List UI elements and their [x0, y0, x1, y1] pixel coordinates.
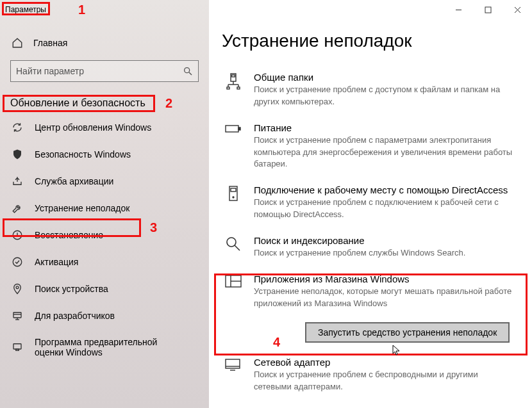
sidebar: Параметры Главная Обновление и безопасно…: [0, 0, 209, 408]
troubleshoot-desc: Поиск и устранение проблем службы Window…: [254, 247, 513, 259]
directaccess-icon: [224, 184, 242, 202]
svg-rect-9: [13, 344, 21, 349]
svg-rect-10: [16, 349, 19, 350]
section-header: Обновление и безопасность: [0, 92, 209, 114]
sidebar-item-label: Программа предварительной оценки Windows: [35, 337, 188, 357]
svg-point-27: [233, 197, 234, 198]
sidebar-item-label: Восстановление: [35, 230, 103, 240]
shield-icon: [12, 149, 23, 160]
sidebar-item-backup[interactable]: Служба архивации: [0, 168, 209, 195]
troubleshoot-title: Сетевой адаптер: [254, 357, 513, 368]
page-title: Устранение неполадок: [222, 31, 515, 51]
sidebar-item-label: Поиск устройства: [35, 284, 108, 294]
sidebar-item-label: Для разработчиков: [35, 311, 115, 321]
svg-rect-12: [485, 7, 491, 13]
search-index-icon: [224, 235, 242, 253]
sidebar-item-find-device[interactable]: Поиск устройства: [0, 275, 209, 302]
troubleshoot-title: Поиск и индексирование: [254, 235, 513, 246]
insider-icon: [12, 341, 23, 353]
sidebar-item-troubleshoot[interactable]: Устранение неполадок: [0, 195, 209, 222]
home-button[interactable]: Главная: [0, 32, 209, 54]
troubleshoot-title: Питание: [254, 122, 513, 133]
troubleshoot-title: Приложения из Магазина Windows: [254, 273, 513, 284]
sidebar-item-recovery[interactable]: Восстановление: [0, 222, 209, 249]
backup-icon: [12, 175, 23, 187]
sidebar-item-label: Служба архивации: [35, 176, 113, 186]
troubleshoot-desc: Устранение неполадок, которые могут меша…: [254, 286, 513, 310]
troubleshoot-item-store-apps[interactable]: Приложения из Магазина Windows Устранени…: [222, 268, 515, 347]
svg-line-1: [189, 72, 192, 75]
troubleshoot-title: Общие папки: [254, 72, 513, 83]
troubleshoot-item-network-adapter[interactable]: Сетевой адаптер Поиск и устранение пробл…: [222, 352, 515, 402]
wrench-icon: [12, 202, 23, 214]
sidebar-item-label: Центр обновления Windows: [35, 122, 151, 133]
svg-rect-22: [237, 87, 240, 89]
developer-icon: [12, 310, 23, 322]
troubleshoot-item-directaccess[interactable]: Подключение к рабочему месту с помощью D…: [222, 179, 515, 230]
troubleshoot-desc: Поиск и устранение проблем с параметрами…: [254, 135, 513, 171]
svg-point-4: [16, 286, 19, 289]
sidebar-item-insider[interactable]: Программа предварительной оценки Windows: [0, 329, 209, 365]
troubleshoot-desc: Поиск и устранение проблем с подключение…: [254, 197, 513, 221]
svg-point-3: [13, 257, 22, 266]
svg-line-29: [235, 245, 240, 250]
svg-rect-23: [226, 126, 238, 132]
search-icon: [183, 66, 193, 76]
home-label: Главная: [33, 38, 67, 48]
troubleshoot-item-power[interactable]: Питание Поиск и устранение проблем с пар…: [222, 117, 515, 180]
close-button[interactable]: [503, 0, 532, 19]
svg-point-0: [185, 68, 190, 73]
sidebar-item-developer[interactable]: Для разработчиков: [0, 302, 209, 329]
svg-rect-33: [226, 359, 240, 368]
sidebar-item-label: Безопасность Windows: [35, 149, 131, 159]
window-controls: [444, 0, 532, 19]
svg-rect-24: [238, 127, 240, 130]
troubleshoot-item-shared-folders[interactable]: Общие папки Поиск и устранение проблем с…: [222, 67, 515, 117]
minimize-button[interactable]: [444, 0, 473, 19]
troubleshoot-desc: Поиск и устранение проблем с беспроводны…: [254, 369, 513, 393]
sidebar-item-label: Активация: [35, 257, 78, 267]
maximize-button[interactable]: [473, 0, 503, 19]
sidebar-item-security[interactable]: Безопасность Windows: [0, 141, 209, 168]
svg-rect-26: [231, 188, 236, 192]
network-adapter-icon: [224, 357, 242, 375]
shared-folders-icon: [224, 72, 242, 90]
sidebar-item-label: Устранение неполадок: [35, 203, 129, 213]
sync-icon: [12, 122, 23, 133]
find-device-icon: [12, 283, 23, 295]
window-title: Параметры: [0, 4, 51, 15]
main-content: Устранение неполадок Общие папки Поиск и…: [209, 0, 532, 408]
recovery-icon: [12, 229, 23, 241]
power-icon: [224, 122, 242, 140]
troubleshoot-desc: Поиск и устранение проблем с доступом к …: [254, 84, 513, 108]
svg-rect-5: [13, 313, 21, 318]
troubleshoot-item-search-index[interactable]: Поиск и индексирование Поиск и устранени…: [222, 230, 515, 268]
svg-rect-16: [232, 75, 235, 77]
sidebar-item-update[interactable]: Центр обновления Windows: [0, 114, 209, 141]
search-input[interactable]: [16, 66, 183, 76]
search-input-wrapper[interactable]: [10, 60, 199, 82]
activation-icon: [12, 256, 23, 268]
store-apps-icon: [224, 273, 242, 291]
home-icon: [12, 37, 23, 49]
run-troubleshooter-button[interactable]: Запустить средство устранения неполадок: [305, 322, 510, 343]
svg-point-28: [227, 238, 236, 247]
troubleshoot-title: Подключение к рабочему месту с помощью D…: [254, 184, 513, 195]
svg-rect-21: [227, 87, 229, 89]
sidebar-item-activation[interactable]: Активация: [0, 249, 209, 275]
